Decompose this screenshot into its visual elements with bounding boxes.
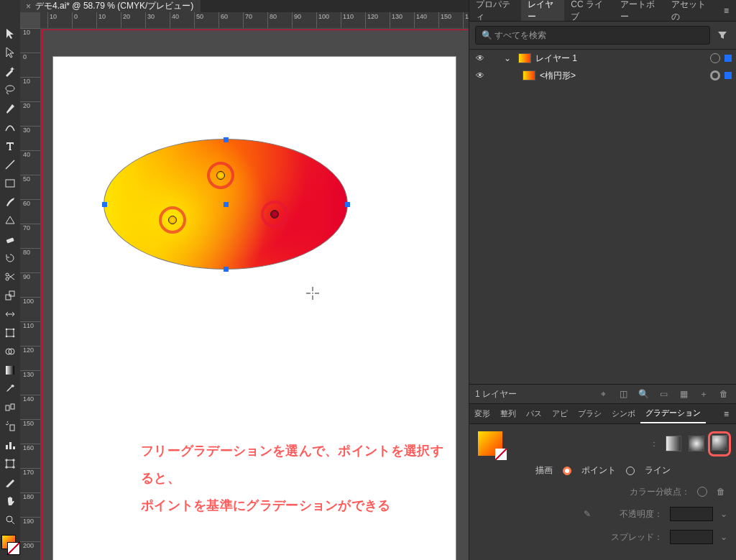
panel-tab[interactable]: レイヤー <box>521 0 565 21</box>
eraser-tool[interactable] <box>2 231 18 247</box>
slice-tool[interactable] <box>2 474 18 490</box>
curvature-tool[interactable] <box>2 119 18 135</box>
gradient-point-2[interactable] <box>207 162 234 189</box>
horizontal-ruler[interactable]: 1001020304050607080901001101201301401501… <box>40 12 469 28</box>
eyedropper-icon[interactable]: ✎ <box>584 509 591 519</box>
new-layer-icon[interactable]: ＋ <box>697 387 710 400</box>
panel-tab[interactable]: アートボー <box>614 0 666 21</box>
sub-panel-tab[interactable]: グラデーション <box>640 404 706 423</box>
ruler-tick: 80 <box>267 12 292 28</box>
vertical-ruler[interactable]: 1001020304050607080901001101201301401501… <box>20 28 40 560</box>
rectangle-tool[interactable] <box>2 175 18 191</box>
width-tool[interactable] <box>2 306 18 322</box>
stroke-swatch[interactable] <box>7 542 20 555</box>
ruler-tick: 130 <box>390 12 414 28</box>
layer-thumbnail <box>518 53 531 63</box>
panel-tab[interactable]: プロパティ <box>469 0 521 21</box>
ruler-tick: 200 <box>20 541 40 560</box>
ruler-tick: 190 <box>20 517 40 541</box>
search-input[interactable]: 🔍 すべてを検索 <box>475 26 710 45</box>
layers-panel: 👁 ⌄ レイヤー 1 👁 <楕円形> <box>469 50 736 84</box>
make-clip-icon[interactable]: ◫ <box>617 387 630 400</box>
eyedropper-tool[interactable] <box>2 381 18 397</box>
gradient-tool[interactable] <box>2 362 18 378</box>
target-icon[interactable] <box>710 70 720 81</box>
shaper-tool[interactable] <box>2 213 18 229</box>
artboard[interactable]: フリーグラデーションを選んで、ポイントを選択すると、 ポイントを基準にグラデーシ… <box>53 57 456 560</box>
mode-point-radio[interactable] <box>563 467 571 475</box>
ruler-tick: 30 <box>145 12 170 28</box>
svg-rect-5 <box>6 295 11 300</box>
ruler-tick: 110 <box>20 321 40 346</box>
panel-menu-icon[interactable]: ≡ <box>717 409 736 419</box>
paintbrush-tool[interactable] <box>2 194 18 210</box>
new-sublayer-icon[interactable]: ▦ <box>677 387 690 400</box>
selection-tool[interactable] <box>2 26 18 42</box>
ellipse-shape[interactable] <box>104 139 348 270</box>
sub-panel-tab[interactable]: ブラシ <box>573 404 607 423</box>
scale-tool[interactable] <box>2 288 18 303</box>
spread-field[interactable] <box>670 530 713 544</box>
visibility-icon[interactable]: 👁 <box>474 70 487 81</box>
gradient-point-3[interactable] <box>261 201 288 228</box>
direct-selection-tool[interactable] <box>2 45 18 60</box>
scissors-tool[interactable] <box>2 269 18 285</box>
ruler-tick: 130 <box>20 370 40 395</box>
shape-builder-tool[interactable] <box>2 344 18 359</box>
color-stop-target-icon[interactable] <box>697 487 707 497</box>
sub-panel-tab[interactable]: アピ <box>547 404 573 423</box>
opacity-label: 不透明度： <box>620 508 663 520</box>
zoom-tool[interactable] <box>2 512 18 528</box>
target-icon[interactable] <box>710 53 720 63</box>
panel-tab[interactable]: アセットの <box>665 0 717 21</box>
locate-object-icon[interactable]: ⌖ <box>597 387 610 400</box>
blend-tool[interactable] <box>2 400 18 416</box>
artboard-tool[interactable] <box>2 456 18 472</box>
free-transform-tool[interactable] <box>2 325 18 341</box>
sub-panel-tab[interactable]: シンボ <box>607 404 640 423</box>
panel-tab[interactable]: CC ライブ <box>564 0 614 21</box>
document-tab[interactable]: × デモ4.ai* @ 58.79 % (CMYK/プレビュー) <box>20 0 201 12</box>
ruler-tick: 40 <box>20 150 40 175</box>
ruler-tick: 10 <box>20 28 40 52</box>
gradient-type-freeform[interactable] <box>712 435 727 451</box>
collect-icon[interactable]: ▭ <box>657 387 670 400</box>
panel-menu-icon[interactable]: ≡ <box>717 6 736 16</box>
gradient-type-linear[interactable] <box>666 436 681 451</box>
mode-line-radio[interactable] <box>626 467 635 475</box>
sub-panel-tab[interactable]: 整列 <box>495 404 521 423</box>
symbol-sprayer-tool[interactable] <box>2 418 18 434</box>
filter-icon[interactable] <box>714 27 730 43</box>
column-graph-tool[interactable] <box>2 437 18 453</box>
pen-tool[interactable] <box>2 101 18 116</box>
sub-panel-tab[interactable]: 変形 <box>469 404 495 423</box>
hand-tool[interactable] <box>2 493 18 509</box>
close-icon[interactable]: × <box>26 1 31 12</box>
gradient-type-radial[interactable] <box>689 436 704 451</box>
delete-layer-icon[interactable]: 🗑 <box>717 387 730 400</box>
spread-label: スプレッド： <box>611 531 663 543</box>
opacity-field[interactable] <box>670 507 713 521</box>
gradient-preview-swatch[interactable] <box>478 431 502 456</box>
layers-count: 1 レイヤー <box>475 388 517 400</box>
ruler-tick: 10 <box>47 12 72 28</box>
layer-row[interactable]: 👁 <楕円形> <box>469 67 736 84</box>
sub-panel-tab[interactable]: パス <box>521 404 547 423</box>
visibility-icon[interactable]: 👁 <box>474 53 487 63</box>
lasso-tool[interactable] <box>2 82 18 98</box>
canvas-stage[interactable]: フリーグラデーションを選んで、ポイントを選択すると、 ポイントを基準にグラデーシ… <box>40 28 469 560</box>
ruler-tick: 40 <box>170 12 194 28</box>
selection-indicator[interactable] <box>724 55 732 62</box>
line-tool[interactable] <box>2 157 18 173</box>
search-layer-icon[interactable]: 🔍 <box>637 387 650 400</box>
magic-wand-tool[interactable] <box>2 63 18 79</box>
fill-stroke-swatch[interactable] <box>1 535 19 555</box>
selection-indicator[interactable] <box>724 72 732 79</box>
chevron-down-icon[interactable]: ⌄ <box>504 53 514 63</box>
svg-point-9 <box>13 329 15 331</box>
rotate-tool[interactable] <box>2 250 18 266</box>
gradient-point-1[interactable] <box>159 206 186 234</box>
type-tool[interactable] <box>2 138 18 154</box>
layer-row[interactable]: 👁 ⌄ レイヤー 1 <box>469 50 736 67</box>
delete-stop-icon[interactable]: 🗑 <box>714 485 727 498</box>
